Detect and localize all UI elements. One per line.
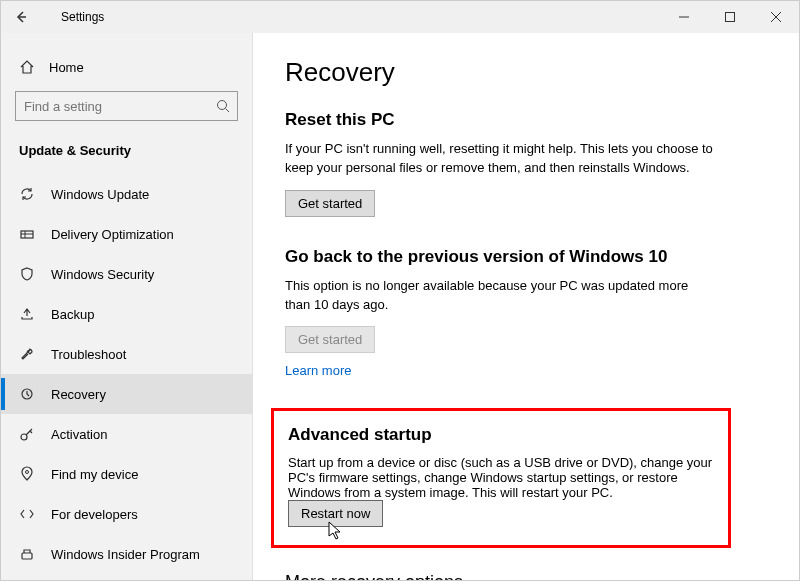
svg-point-12: [26, 471, 29, 474]
titlebar: Settings: [1, 1, 799, 33]
go-back-get-started-button: Get started: [285, 326, 375, 353]
minimize-icon: [679, 12, 689, 22]
shield-icon: [19, 266, 35, 282]
developer-icon: [19, 506, 35, 522]
go-back-section: Go back to the previous version of Windo…: [285, 247, 763, 379]
svg-line-6: [226, 109, 230, 113]
troubleshoot-icon: [19, 346, 35, 362]
sidebar-item-windows-update[interactable]: Windows Update: [1, 174, 252, 214]
maximize-icon: [725, 12, 735, 22]
minimize-button[interactable]: [661, 1, 707, 33]
home-button[interactable]: Home: [1, 51, 252, 83]
sidebar-item-backup[interactable]: Backup: [1, 294, 252, 334]
sidebar: Home Update & Security Windows Update De…: [1, 33, 253, 580]
sidebar-item-label: Backup: [51, 307, 94, 322]
home-label: Home: [49, 60, 84, 75]
sync-icon: [19, 186, 35, 202]
recovery-icon: [19, 386, 35, 402]
sidebar-item-activation[interactable]: Activation: [1, 414, 252, 454]
sidebar-item-windows-insider[interactable]: Windows Insider Program: [1, 534, 252, 574]
sidebar-item-label: Recovery: [51, 387, 106, 402]
close-button[interactable]: [753, 1, 799, 33]
reset-get-started-button[interactable]: Get started: [285, 190, 375, 217]
svg-point-5: [218, 101, 227, 110]
sidebar-item-label: Windows Insider Program: [51, 547, 200, 562]
advanced-startup-highlight: Advanced startup Start up from a device …: [271, 408, 731, 548]
advanced-startup-text: Start up from a device or disc (such as …: [288, 455, 714, 500]
maximize-button[interactable]: [707, 1, 753, 33]
advanced-startup-heading: Advanced startup: [288, 425, 714, 445]
sidebar-item-delivery-optimization[interactable]: Delivery Optimization: [1, 214, 252, 254]
main-content: Recovery Reset this PC If your PC isn't …: [253, 33, 799, 580]
sidebar-item-windows-security[interactable]: Windows Security: [1, 254, 252, 294]
search-icon: [209, 92, 237, 120]
sidebar-nav: Windows Update Delivery Optimization Win…: [1, 174, 252, 574]
go-back-text: This option is no longer available becau…: [285, 277, 715, 315]
sidebar-item-label: Windows Update: [51, 187, 149, 202]
sidebar-item-label: For developers: [51, 507, 138, 522]
sidebar-item-label: Windows Security: [51, 267, 154, 282]
sidebar-item-recovery[interactable]: Recovery: [1, 374, 252, 414]
delivery-icon: [19, 226, 35, 242]
reset-pc-heading: Reset this PC: [285, 110, 763, 130]
page-title: Recovery: [285, 57, 763, 88]
sidebar-item-label: Troubleshoot: [51, 347, 126, 362]
more-recovery-heading: More recovery options: [285, 572, 763, 580]
reset-pc-section: Reset this PC If your PC isn't running w…: [285, 110, 763, 217]
window-title: Settings: [61, 10, 104, 24]
sidebar-item-label: Find my device: [51, 467, 138, 482]
back-button[interactable]: [5, 1, 37, 33]
reset-pc-text: If your PC isn't running well, resetting…: [285, 140, 715, 178]
sidebar-item-for-developers[interactable]: For developers: [1, 494, 252, 534]
svg-rect-2: [726, 13, 735, 22]
arrow-left-icon: [14, 10, 28, 24]
home-icon: [19, 59, 35, 75]
sidebar-item-label: Activation: [51, 427, 107, 442]
backup-icon: [19, 306, 35, 322]
insider-icon: [19, 546, 35, 562]
sidebar-section-title: Update & Security: [1, 129, 252, 168]
location-icon: [19, 466, 35, 482]
search-input[interactable]: [16, 99, 209, 114]
go-back-heading: Go back to the previous version of Windo…: [285, 247, 763, 267]
key-icon: [19, 426, 35, 442]
sidebar-item-label: Delivery Optimization: [51, 227, 174, 242]
sidebar-item-troubleshoot[interactable]: Troubleshoot: [1, 334, 252, 374]
learn-more-link[interactable]: Learn more: [285, 363, 351, 378]
search-box[interactable]: [15, 91, 238, 121]
close-icon: [771, 12, 781, 22]
svg-rect-13: [22, 553, 32, 559]
sidebar-item-find-my-device[interactable]: Find my device: [1, 454, 252, 494]
restart-now-button[interactable]: Restart now: [288, 500, 383, 527]
